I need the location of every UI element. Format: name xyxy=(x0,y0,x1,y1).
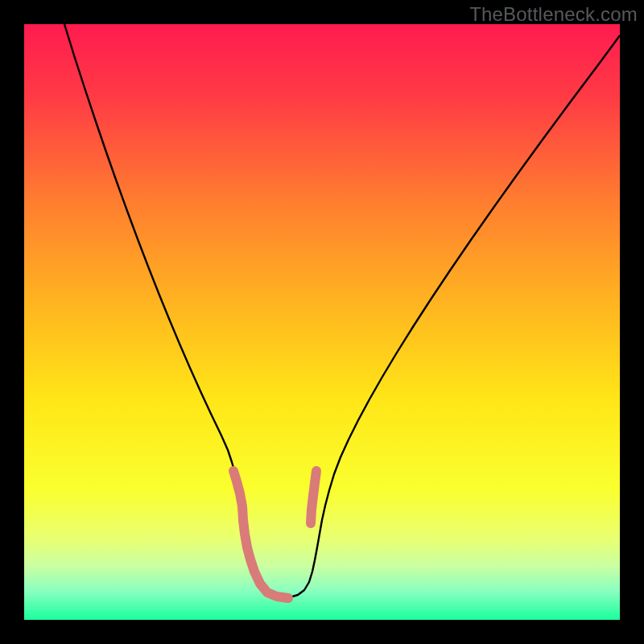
chart-background xyxy=(24,24,620,620)
watermark-text: TheBottleneck.com xyxy=(469,3,638,26)
chart-frame: TheBottleneck.com xyxy=(0,0,644,644)
series-right-dot-cluster xyxy=(311,471,316,523)
chart-plot-area xyxy=(24,24,620,620)
chart-svg xyxy=(24,24,620,620)
